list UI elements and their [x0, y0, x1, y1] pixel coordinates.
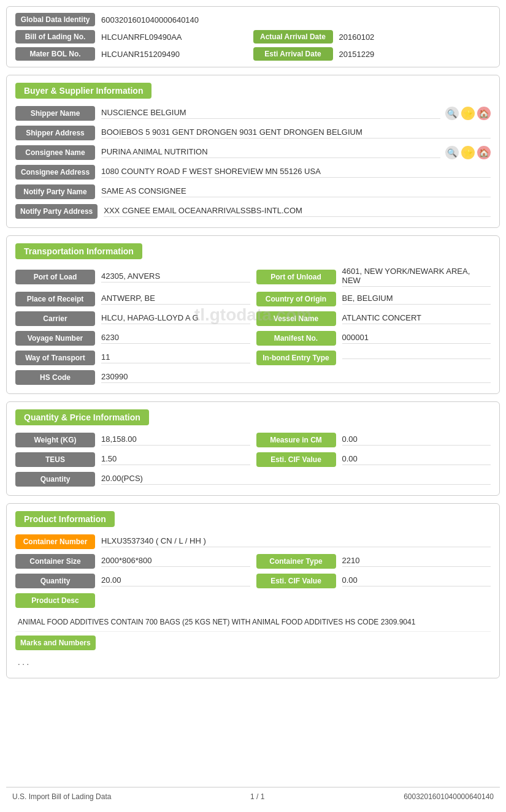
product-qty-value: 20.00 — [101, 575, 250, 586]
consignee-address-row: Consignee Address 1080 COUNTY ROAD F WES… — [15, 165, 491, 180]
manifest-col: Manifest No. 000001 — [256, 331, 491, 346]
country-origin-label: Country of Origin — [256, 292, 336, 306]
manifest-label: Manifest No. — [256, 331, 336, 346]
voyage-manifest-row: Voyage Number 6230 Manifest No. 000001 — [15, 331, 491, 346]
port-load-col: Port of Load 42305, ANVERS — [15, 270, 250, 284]
product-info-title: Product Information — [15, 511, 115, 527]
consignee-name-row: Consignee Name PURINA ANIMAL NUTRITION 🔍… — [15, 145, 491, 160]
bol-left: Bill of Lading No. HLCUANRFL09490AA — [15, 30, 253, 44]
page-footer: U.S. Import Bill of Lading Data 1 / 1 60… — [6, 787, 500, 806]
way-transport-label: Way of Transport — [15, 351, 95, 365]
container-type-label: Container Type — [256, 554, 336, 569]
actual-arrival-value: 20160102 — [339, 32, 375, 42]
teus-cif-row: TEUS 1.50 Esti. CIF Value 0.00 — [15, 452, 491, 467]
voyage-label: Voyage Number — [15, 331, 95, 346]
global-identity-value: 60032016010400006401​40 — [101, 15, 199, 25]
shipper-address-label: Shipper Address — [15, 126, 95, 140]
search-icon[interactable]: 🔍 — [445, 107, 459, 120]
notify-party-name-value: SAME AS CONSIGNEE — [101, 186, 491, 197]
carrier-label: Carrier — [15, 311, 95, 326]
product-qty-col: Quantity 20.00 — [15, 574, 250, 588]
quantity-price-section: Quantity & Price Information Weight (KG)… — [6, 401, 500, 496]
shipper-name-row: Shipper Name NUSCIENCE BELGIUM 🔍 ⭐ 🏠 — [15, 106, 491, 121]
consignee-name-value: PURINA ANIMAL NUTRITION — [101, 147, 440, 158]
product-cif-col: Esti. CIF Value 0.00 — [256, 574, 491, 588]
mater-bol-left: Mater BOL No. HLCUANR151209490 — [15, 47, 253, 61]
weight-label: Weight (KG) — [15, 433, 95, 447]
teus-label: TEUS — [15, 452, 95, 467]
notify-party-address-label: Notify Party Address — [15, 204, 98, 219]
esti-arrival-label: Esti Arrival Date — [253, 47, 333, 61]
product-desc-btn-row: Product Desc — [15, 593, 491, 608]
product-qty-label: Quantity — [15, 574, 95, 588]
measure-value: 0.00 — [342, 434, 491, 446]
shipper-name-value: NUSCIENCE BELGIUM — [101, 108, 440, 119]
product-desc-label[interactable]: Product Desc — [15, 593, 95, 608]
marks-label[interactable]: Marks and Numbers — [15, 636, 96, 650]
port-unload-value: 4601, NEW YORK/NEWARK AREA, NEW — [342, 267, 491, 287]
container-number-value: HLXU3537340 ( CN / L / HH ) — [101, 536, 491, 547]
hs-code-label: HS Code — [15, 370, 95, 385]
shipper-name-label: Shipper Name — [15, 106, 95, 121]
inbond-label: In-bond Entry Type — [256, 351, 336, 365]
global-identity-label: Global Data Identity — [15, 13, 95, 26]
vessel-name-label: Vessel Name — [256, 311, 336, 326]
shipper-address-value: BOOIEBOS 5 9031 GENT DRONGEN 9031 GENT D… — [101, 127, 491, 138]
container-number-label: Container Number — [15, 534, 95, 549]
hs-code-row: HS Code 230990 — [15, 370, 491, 385]
vessel-name-col: Vessel Name ATLANTIC CONCERT — [256, 311, 491, 326]
port-unload-col: Port of Unload 4601, NEW YORK/NEWARK ARE… — [256, 267, 491, 287]
buyer-supplier-section: Buyer & Supplier Information Shipper Nam… — [6, 75, 500, 228]
container-size-label: Container Size — [15, 554, 95, 569]
global-identity-row: Global Data Identity 6003201601040000640… — [15, 13, 491, 26]
mater-bol-value: HLCUANR151209490 — [101, 50, 180, 59]
carrier-col: Carrier HLCU, HAPAG-LLOYD A G — [15, 311, 250, 326]
star-icon[interactable]: ⭐ — [461, 107, 475, 120]
notify-party-name-label: Notify Party Name — [15, 184, 95, 199]
bol-value: HLCUANRFL09490AA — [101, 32, 182, 42]
carrier-vessel-row: Carrier HLCU, HAPAG-LLOYD A G Vessel Nam… — [15, 311, 491, 326]
esti-arrival-value: 20151229 — [339, 50, 375, 59]
container-number-row: Container Number HLXU3537340 ( CN / L / … — [15, 534, 491, 549]
receipt-origin-row: Place of Receipt ANTWERP, BE Country of … — [15, 292, 491, 306]
transportation-section: Transportation Information tl.gtodata.co… — [6, 235, 500, 394]
port-unload-label: Port of Unload — [256, 270, 336, 284]
quantity-row: Quantity 20.00(PCS) — [15, 472, 491, 487]
product-cif-label: Esti. CIF Value — [256, 574, 336, 588]
esti-arrival-right: Esti Arrival Date 20151229 — [253, 47, 491, 61]
marks-value: . . . — [15, 655, 491, 669]
weight-col: Weight (KG) 18,158.00 — [15, 433, 250, 447]
consignee-home-icon[interactable]: 🏠 — [477, 146, 491, 159]
actual-arrival-right: Actual Arrival Date 20160102 — [253, 30, 491, 44]
product-info-section: Product Information Container Number HLX… — [6, 503, 500, 678]
esti-cif-value: 0.00 — [342, 454, 491, 465]
product-qty-cif-row: Quantity 20.00 Esti. CIF Value 0.00 — [15, 574, 491, 588]
notify-party-address-row: Notify Party Address XXX CGNEE EMAIL OCE… — [15, 204, 491, 219]
port-load-unload-row: Port of Load 42305, ANVERS Port of Unloa… — [15, 267, 491, 287]
consignee-address-label: Consignee Address — [15, 165, 95, 180]
quantity-price-title: Quantity & Price Information — [15, 409, 149, 425]
hs-code-value: 230990 — [101, 372, 491, 383]
weight-value: 18,158.00 — [101, 434, 250, 446]
transportation-title: Transportation Information — [15, 243, 142, 259]
identity-section: Global Data Identity 6003201601040000640… — [6, 6, 500, 67]
esti-cif-col: Esti. CIF Value 0.00 — [256, 452, 491, 467]
mater-bol-row: Mater BOL No. HLCUANR151209490 Esti Arri… — [15, 47, 491, 61]
consignee-star-icon[interactable]: ⭐ — [461, 146, 475, 159]
country-origin-col: Country of Origin BE, BELGIUM — [256, 292, 491, 306]
carrier-value: HLCU, HAPAG-LLOYD A G — [101, 313, 250, 324]
inbond-value — [342, 357, 491, 359]
notify-party-name-row: Notify Party Name SAME AS CONSIGNEE — [15, 184, 491, 199]
way-transport-col: Way of Transport 11 — [15, 351, 250, 365]
marks-btn-row: Marks and Numbers — [15, 636, 491, 650]
country-origin-value: BE, BELGIUM — [342, 294, 491, 305]
container-type-col: Container Type 2210 — [256, 554, 491, 569]
footer-right: 60032016010400006401​40 — [404, 792, 494, 801]
voyage-value: 6230 — [101, 333, 250, 344]
home-icon[interactable]: 🏠 — [477, 107, 491, 120]
consignee-search-icon[interactable]: 🔍 — [445, 146, 459, 159]
inbond-col: In-bond Entry Type — [256, 351, 491, 365]
consignee-name-label: Consignee Name — [15, 145, 95, 160]
quantity-label: Quantity — [15, 472, 95, 487]
bol-label: Bill of Lading No. — [15, 30, 95, 44]
